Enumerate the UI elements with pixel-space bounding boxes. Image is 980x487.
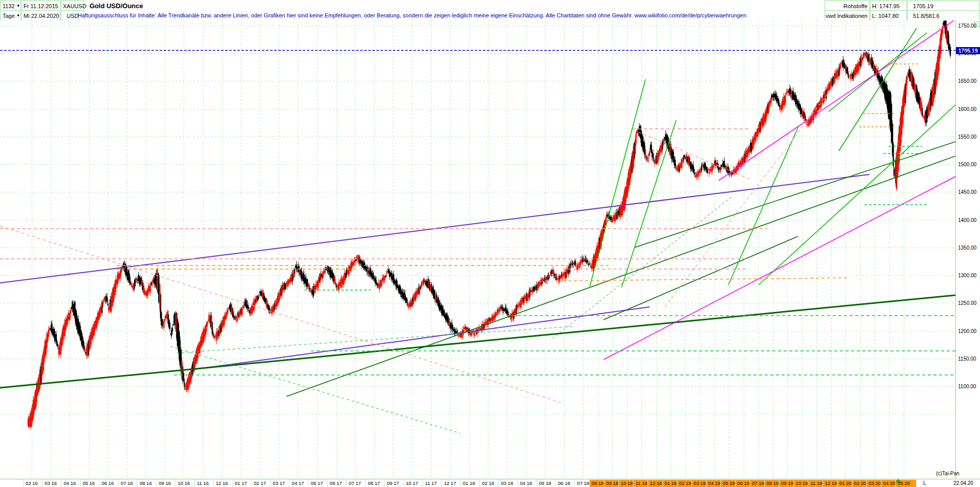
date-separator bbox=[517, 479, 518, 487]
bar-count-dropdown[interactable]: 1132 ▼ bbox=[1, 1, 21, 11]
date-separator bbox=[346, 479, 347, 487]
month-label: 08 16 bbox=[140, 480, 152, 486]
month-label: 02 18 bbox=[482, 480, 494, 486]
month-label: 09 16 bbox=[159, 480, 171, 486]
date-to-field[interactable]: Mi 22.04.2020 bbox=[21, 10, 60, 21]
price-tick-label: 1450.00 bbox=[958, 189, 976, 195]
bar-count-value: 1132 bbox=[3, 3, 15, 9]
month-label: 01 20 bbox=[839, 480, 852, 486]
month-label: 05 18 bbox=[539, 480, 551, 486]
month-label: 05 20 bbox=[898, 480, 910, 486]
date-separator bbox=[441, 479, 442, 487]
date-separator bbox=[764, 479, 765, 487]
month-label: 04 20 bbox=[883, 480, 896, 486]
date-separator bbox=[808, 479, 808, 487]
month-label: 06 17 bbox=[330, 480, 342, 486]
month-label: 11 17 bbox=[425, 480, 437, 486]
chart-application-window: 1132 ▼ Tage ▼ Fr 11.12.2015 Mi 22.04.202… bbox=[0, 0, 980, 487]
month-label: 12 18 bbox=[650, 480, 662, 486]
date-separator bbox=[589, 479, 590, 487]
month-label: 06 16 bbox=[102, 480, 114, 486]
date-separator bbox=[706, 479, 706, 487]
date-separator bbox=[23, 479, 24, 487]
date-separator bbox=[137, 479, 138, 487]
month-label: 07 17 bbox=[349, 480, 361, 486]
period-dropdown[interactable]: Tage ▼ bbox=[1, 10, 21, 21]
date-separator bbox=[194, 479, 195, 487]
date-separator bbox=[881, 479, 881, 487]
chart-canvas[interactable] bbox=[0, 20, 955, 479]
month-label: 01 19 bbox=[664, 480, 677, 486]
date-separator bbox=[99, 479, 100, 487]
date-separator bbox=[270, 479, 271, 487]
date-separator bbox=[852, 479, 852, 487]
low-cell: L: 1047.80 bbox=[870, 10, 907, 21]
chart-title: Gold USD/Ounce bbox=[88, 1, 221, 11]
chevron-down-icon: ▼ bbox=[16, 4, 20, 8]
price-tick-label: 1100.00 bbox=[958, 384, 976, 389]
month-label: 11 16 bbox=[197, 480, 209, 486]
date-separator bbox=[232, 479, 233, 487]
date-separator bbox=[308, 479, 309, 487]
date-separator bbox=[365, 479, 366, 487]
price-tick-label: 1400.00 bbox=[958, 217, 976, 223]
price-tick-label: 1550.00 bbox=[958, 134, 976, 140]
date-separator bbox=[80, 479, 81, 487]
month-label: 05 17 bbox=[311, 480, 323, 486]
price-tick-label: 1200.00 bbox=[958, 328, 976, 334]
footer-date: 22.04.20 bbox=[953, 480, 973, 486]
date-separator bbox=[648, 479, 648, 487]
date-separator bbox=[156, 479, 157, 487]
date-separator bbox=[574, 479, 575, 487]
month-label: 10 19 bbox=[796, 480, 808, 486]
date-separator bbox=[42, 479, 42, 487]
month-label: 08 17 bbox=[368, 480, 380, 486]
month-label: 09 18 bbox=[606, 480, 618, 486]
month-label: 07 18 bbox=[577, 480, 589, 486]
month-label: 12 17 bbox=[444, 480, 456, 486]
copyright-label: (c)Tai-Pan bbox=[936, 471, 960, 476]
month-label: 04 16 bbox=[63, 480, 76, 486]
price-tick-label: 1300.00 bbox=[958, 273, 976, 278]
date-separator bbox=[460, 479, 461, 487]
date-separator bbox=[778, 479, 779, 487]
month-label: 03 16 bbox=[44, 480, 57, 486]
date-separator bbox=[895, 479, 896, 487]
month-label: 02 17 bbox=[254, 480, 266, 486]
price-tick-label: 1250.00 bbox=[958, 300, 976, 306]
price-tick-label: 1650.00 bbox=[958, 78, 976, 84]
date-separator bbox=[289, 479, 289, 487]
month-label: 03 19 bbox=[694, 480, 706, 486]
date-separator bbox=[61, 479, 61, 487]
month-label: 12 16 bbox=[216, 480, 228, 486]
date-separator bbox=[720, 479, 721, 487]
price-axis: − 1705.19 1750.001700.001650.001600.0015… bbox=[955, 20, 980, 479]
month-label: 05 19 bbox=[723, 480, 735, 486]
price-tick-label: 1700.00 bbox=[958, 51, 976, 56]
month-label: 10 16 bbox=[177, 480, 190, 486]
date-separator bbox=[618, 479, 619, 487]
date-from-field[interactable]: Fr 11.12.2015 bbox=[21, 1, 60, 11]
month-label: 09 17 bbox=[387, 480, 399, 486]
month-label: 03 20 bbox=[868, 480, 881, 486]
period-value: Tage bbox=[3, 13, 15, 19]
date-separator bbox=[384, 479, 385, 487]
date-axis: L 22.04.20 02 1603 1604 1605 1606 1607 1… bbox=[0, 479, 980, 487]
price-tick-label: 1500.00 bbox=[958, 162, 976, 167]
month-label: 08 18 bbox=[592, 480, 604, 486]
date-separator bbox=[822, 479, 823, 487]
high-cell: H: 1747.95 bbox=[870, 1, 907, 11]
price-tick-label: 1350.00 bbox=[958, 245, 976, 251]
month-label: 07 19 bbox=[752, 480, 764, 486]
month-label: 11 19 bbox=[810, 480, 822, 486]
date-separator bbox=[633, 479, 633, 487]
month-label: 02 20 bbox=[854, 480, 866, 486]
date-separator bbox=[479, 479, 480, 487]
month-label: 02 16 bbox=[26, 480, 38, 486]
date-separator bbox=[793, 479, 794, 487]
date-separator bbox=[251, 479, 252, 487]
month-label: 10 17 bbox=[406, 480, 418, 486]
date-separator bbox=[422, 479, 423, 487]
month-label: 01 17 bbox=[235, 480, 247, 486]
date-separator bbox=[866, 479, 866, 487]
